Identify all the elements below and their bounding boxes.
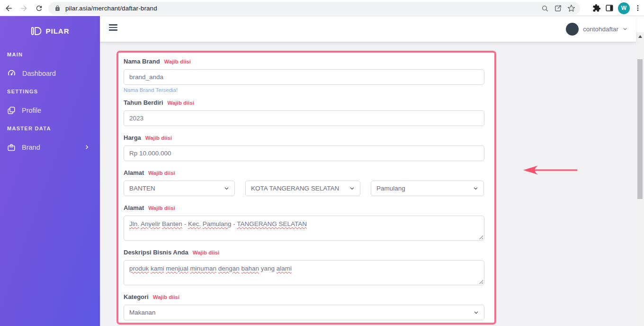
selected-value: Pamulang bbox=[376, 185, 405, 192]
brand-available-help-text: Nama Brand Tersedia! bbox=[124, 87, 484, 93]
section-label-settings: SETTINGS bbox=[7, 82, 100, 101]
word: yang bbox=[261, 265, 275, 272]
section-label-main: MAIN bbox=[7, 45, 100, 64]
required-badge: Wajib diisi bbox=[153, 294, 179, 300]
sidebar-item-profile[interactable]: Profile bbox=[7, 101, 100, 119]
chevron-down-icon bbox=[473, 186, 478, 191]
form-group-deskripsi: Deskripsi Bisnis Anda Wajib diisi produk… bbox=[124, 249, 484, 285]
brand-registration-form: Nama Brand Wajib diisi Nama Brand Tersed… bbox=[116, 51, 496, 325]
lock-icon bbox=[54, 5, 61, 11]
word: produk bbox=[129, 265, 149, 272]
word: Anyelir bbox=[141, 220, 160, 227]
tahun-berdiri-input[interactable] bbox=[124, 110, 484, 126]
side-panel-icon[interactable] bbox=[605, 4, 614, 12]
extensions-puzzle-icon[interactable] bbox=[592, 4, 601, 12]
required-badge: Wajib diisi bbox=[164, 59, 191, 64]
field-label: Nama Brand bbox=[124, 58, 160, 65]
kota-select[interactable]: KOTA TANGERANG SELATAN bbox=[245, 181, 360, 196]
required-badge: Wajib diisi bbox=[148, 170, 175, 176]
refresh-icon bbox=[35, 4, 43, 12]
alamat-textarea[interactable]: Jln. Anyelir Banten - Kec. Pamulang - TA… bbox=[124, 216, 484, 241]
selected-value: Makanan bbox=[129, 309, 156, 316]
back-arrow-icon bbox=[4, 4, 13, 13]
browser-profile-avatar[interactable]: W bbox=[618, 2, 630, 14]
scrollbar[interactable] bbox=[636, 32, 644, 326]
field-label: Kategori bbox=[124, 293, 149, 300]
menu-toggle-button[interactable] bbox=[109, 24, 117, 31]
forward-arrow-icon bbox=[19, 4, 28, 13]
scroll-up-button[interactable] bbox=[636, 32, 644, 40]
sidebar-item-label: Brand bbox=[22, 144, 40, 151]
field-label: Deskripsi Bisnis Anda bbox=[124, 249, 188, 256]
deskripsi-textarea[interactable]: produk kami menjual minuman dengan bahan… bbox=[124, 260, 484, 285]
word: - bbox=[184, 220, 187, 227]
word: bahan bbox=[242, 265, 259, 272]
kategori-select[interactable]: Makanan bbox=[124, 305, 484, 320]
required-badge: Wajib diisi bbox=[193, 250, 219, 255]
word: TANGERANG SELATAN bbox=[237, 220, 307, 227]
field-label: Tahun Berdiri bbox=[124, 99, 163, 106]
pilar-logo-icon bbox=[31, 26, 44, 36]
chevron-down-icon bbox=[224, 186, 229, 191]
back-button[interactable] bbox=[2, 1, 15, 15]
provinsi-select[interactable]: BANTEN bbox=[124, 181, 235, 196]
word: Jln. bbox=[129, 220, 139, 227]
word: kami bbox=[151, 265, 164, 272]
section-label-master-data: MASTER DATA bbox=[7, 119, 100, 138]
app-header: contohdaftar bbox=[100, 16, 636, 42]
logo[interactable]: PILAR bbox=[0, 16, 100, 45]
form-group-kategori: Kategori Wajib diisi Makanan bbox=[124, 293, 484, 320]
logo-text: PILAR bbox=[46, 27, 70, 35]
field-label: Alamat bbox=[124, 169, 144, 176]
sidebar-item-brand[interactable]: Brand bbox=[7, 138, 100, 156]
kecamatan-select[interactable]: Pamulang bbox=[371, 181, 484, 196]
triangle-up-icon bbox=[638, 35, 642, 38]
word: Banten bbox=[162, 220, 182, 227]
sidebar: PILAR MAIN Dashboard SETTINGS Profile MA… bbox=[0, 16, 100, 326]
scrollbar-thumb[interactable] bbox=[637, 59, 643, 199]
harga-input[interactable] bbox=[124, 145, 484, 161]
share-icon[interactable] bbox=[554, 4, 562, 12]
required-badge: Wajib diisi bbox=[148, 205, 175, 211]
form-group-harga: Harga Wajib diisi bbox=[124, 134, 484, 161]
selected-value: KOTA TANGERANG SELATAN bbox=[251, 185, 339, 192]
page-content: Nama Brand Wajib diisi Nama Brand Tersed… bbox=[100, 42, 636, 326]
selected-value: BANTEN bbox=[129, 185, 155, 192]
user-avatar bbox=[566, 23, 579, 36]
user-name: contohdaftar bbox=[583, 26, 618, 33]
word: minuman bbox=[190, 265, 216, 272]
address-bar[interactable]: pilar.asia/merchant/daftar-brand bbox=[48, 2, 580, 15]
refresh-button[interactable] bbox=[32, 1, 45, 15]
chevron-down-icon bbox=[349, 186, 355, 191]
word: dengan bbox=[218, 265, 240, 272]
word: menjual bbox=[166, 265, 188, 272]
field-label: Alamat bbox=[124, 204, 144, 211]
chevron-down-icon bbox=[623, 27, 627, 31]
sidebar-item-dashboard[interactable]: Dashboard bbox=[7, 64, 100, 82]
required-badge: Wajib diisi bbox=[145, 135, 172, 141]
bookmark-star-icon[interactable] bbox=[567, 4, 575, 12]
user-menu[interactable]: contohdaftar bbox=[566, 16, 627, 42]
sidebar-menu: MAIN Dashboard SETTINGS Profile MASTER D… bbox=[0, 45, 100, 156]
windows-icon bbox=[7, 106, 16, 115]
browser-menu-dots-icon[interactable] bbox=[634, 4, 642, 12]
word: Kec. bbox=[188, 220, 201, 227]
form-group-alamat-detail: Alamat Wajib diisi Jln. Anyelir Banten -… bbox=[124, 204, 484, 241]
zoom-icon[interactable] bbox=[541, 5, 549, 12]
browser-actions: W bbox=[592, 1, 642, 15]
sidebar-item-label: Dashboard bbox=[22, 70, 56, 77]
url-text: pilar.asia/merchant/daftar-brand bbox=[65, 5, 157, 12]
word: - bbox=[233, 220, 235, 227]
gauge-icon bbox=[7, 69, 16, 78]
forward-button[interactable] bbox=[17, 1, 30, 15]
nama-brand-input[interactable] bbox=[124, 69, 484, 85]
field-label: Harga bbox=[124, 134, 141, 141]
form-group-tahun-berdiri: Tahun Berdiri Wajib diisi bbox=[124, 99, 484, 126]
annotation-arrow-icon bbox=[521, 164, 579, 176]
word: Pamulang bbox=[203, 220, 232, 227]
hamburger-icon bbox=[109, 24, 117, 26]
briefcase-icon bbox=[7, 143, 16, 152]
word: alami bbox=[277, 265, 292, 272]
form-group-nama-brand: Nama Brand Wajib diisi Nama Brand Tersed… bbox=[124, 58, 484, 93]
browser-toolbar: pilar.asia/merchant/daftar-brand W bbox=[0, 0, 644, 16]
